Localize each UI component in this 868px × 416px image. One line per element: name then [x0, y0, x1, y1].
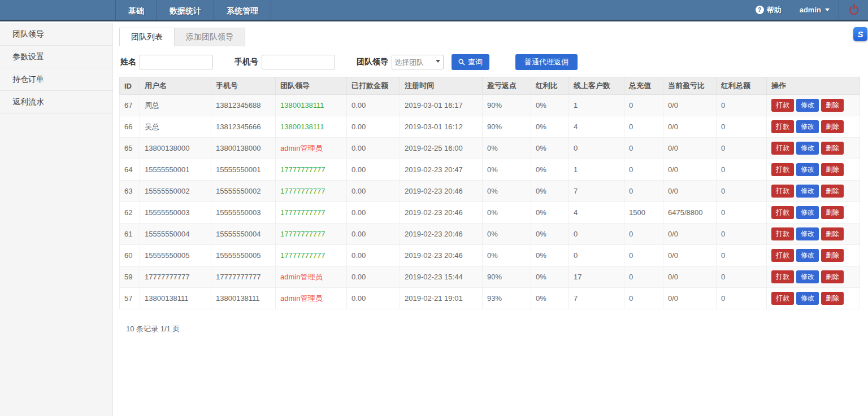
edit-button[interactable]: 修改 — [796, 292, 819, 305]
cell-leader: admin管理员 — [276, 266, 347, 288]
cell-recharge: 0 — [624, 224, 663, 245]
cell-actions: 打款修改删除 — [767, 266, 860, 288]
cell-phone: 13800138111 — [211, 288, 276, 309]
agent-rebate-label: 普通代理返佣 — [524, 57, 568, 67]
cell-pl_rebate: 0% — [483, 138, 531, 159]
cell-bonus_ratio: 0% — [531, 116, 569, 138]
delete-button[interactable]: 删除 — [821, 270, 844, 283]
edit-button[interactable]: 修改 — [796, 99, 819, 112]
pay-button[interactable]: 打款 — [771, 227, 794, 240]
power-icon — [849, 6, 858, 15]
cell-actions: 打款修改删除 — [767, 95, 860, 116]
pay-button[interactable]: 打款 — [771, 249, 794, 262]
extension-badge-icon[interactable]: S — [853, 27, 867, 41]
edit-button[interactable]: 修改 — [796, 142, 819, 155]
table-row: 66吴总13812345666138001381110.002019-03-01… — [120, 116, 860, 138]
pay-button[interactable]: 打款 — [771, 120, 794, 133]
cell-username: 吴总 — [140, 116, 211, 138]
user-menu[interactable]: admin — [791, 0, 839, 20]
cell-current_pl: 0/0 — [663, 181, 717, 202]
pay-button[interactable]: 打款 — [771, 292, 794, 305]
cell-id: 59 — [120, 266, 140, 288]
nav-item-2[interactable]: 系统管理 — [214, 0, 271, 20]
cell-paid: 0.00 — [347, 138, 400, 159]
cell-paid: 0.00 — [347, 245, 400, 266]
agent-rebate-button[interactable]: 普通代理返佣 — [515, 54, 578, 70]
delete-button[interactable]: 删除 — [821, 142, 844, 155]
cell-pl_rebate: 90% — [483, 266, 531, 288]
cell-reg_time: 2019-02-23 20:46 — [400, 245, 483, 266]
cell-id: 63 — [120, 181, 140, 202]
cell-bonus_total: 0 — [717, 138, 767, 159]
delete-button[interactable]: 删除 — [821, 249, 844, 262]
cell-current_pl: 0/0 — [663, 138, 717, 159]
cell-pl_rebate: 0% — [483, 202, 531, 224]
cell-id: 62 — [120, 202, 140, 224]
delete-button[interactable]: 删除 — [821, 227, 844, 240]
column-header-2: 手机号 — [211, 77, 276, 95]
delete-button[interactable]: 删除 — [821, 99, 844, 112]
delete-button[interactable]: 删除 — [821, 206, 844, 219]
phone-input[interactable] — [262, 55, 335, 69]
cell-online: 0 — [569, 224, 624, 245]
edit-button[interactable]: 修改 — [796, 227, 819, 240]
cell-reg_time: 2019-02-23 15:44 — [400, 266, 483, 288]
cell-id: 57 — [120, 288, 140, 309]
cell-phone: 15555550001 — [211, 159, 276, 181]
cell-bonus_ratio: 0% — [531, 181, 569, 202]
delete-button[interactable]: 删除 — [821, 120, 844, 133]
pay-button[interactable]: 打款 — [771, 185, 794, 198]
column-header-9: 总充值 — [624, 77, 663, 95]
cell-current_pl: 0/0 — [663, 245, 717, 266]
search-button[interactable]: 查询 — [452, 54, 489, 70]
tab-0[interactable]: 团队列表 — [119, 28, 175, 46]
logout-button[interactable] — [839, 0, 868, 20]
delete-button[interactable]: 删除 — [821, 163, 844, 176]
cell-reg_time: 2019-02-21 19:01 — [400, 288, 483, 309]
edit-button[interactable]: 修改 — [796, 185, 819, 198]
cell-actions: 打款修改删除 — [767, 181, 860, 202]
tab-1[interactable]: 添加团队领导 — [175, 28, 245, 46]
cell-online: 17 — [569, 266, 624, 288]
cell-reg_time: 2019-02-23 20:46 — [400, 181, 483, 202]
table-row: 571380013811113800138111admin管理员0.002019… — [120, 288, 860, 309]
pay-button[interactable]: 打款 — [771, 142, 794, 155]
cell-online: 0 — [569, 245, 624, 266]
cell-pl_rebate: 90% — [483, 116, 531, 138]
name-input[interactable] — [140, 55, 213, 69]
team-select[interactable]: 选择团队 — [392, 55, 444, 69]
search-button-label: 查询 — [468, 57, 483, 67]
sidebar-item-3[interactable]: 返利流水 — [0, 91, 112, 113]
cell-actions: 打款修改删除 — [767, 224, 860, 245]
cell-paid: 0.00 — [347, 181, 400, 202]
chevron-down-icon — [825, 8, 830, 11]
cell-bonus_total: 0 — [717, 202, 767, 224]
edit-button[interactable]: 修改 — [796, 270, 819, 283]
cell-reg_time: 2019-02-23 20:46 — [400, 224, 483, 245]
cell-online: 7 — [569, 288, 624, 309]
table-row: 611555555000415555550004177777777770.002… — [120, 224, 860, 245]
pay-button[interactable]: 打款 — [771, 163, 794, 176]
pay-button[interactable]: 打款 — [771, 206, 794, 219]
help-button[interactable]: ? 帮助 — [747, 0, 791, 20]
pay-button[interactable]: 打款 — [771, 99, 794, 112]
edit-button[interactable]: 修改 — [796, 163, 819, 176]
sidebar-item-2[interactable]: 持仓订单 — [0, 68, 112, 91]
nav-item-1[interactable]: 数据统计 — [157, 0, 214, 20]
cell-username: 13800138000 — [140, 138, 211, 159]
sidebar-item-1[interactable]: 参数设置 — [0, 46, 112, 68]
nav-item-0[interactable]: 基础 — [115, 0, 157, 20]
cell-paid: 0.00 — [347, 202, 400, 224]
edit-button[interactable]: 修改 — [796, 249, 819, 262]
cell-online: 1 — [569, 159, 624, 181]
cell-actions: 打款修改删除 — [767, 159, 860, 181]
edit-button[interactable]: 修改 — [796, 206, 819, 219]
cell-current_pl: 6475/8800 — [663, 202, 717, 224]
pay-button[interactable]: 打款 — [771, 270, 794, 283]
delete-button[interactable]: 删除 — [821, 185, 844, 198]
sidebar-item-0[interactable]: 团队领导 — [0, 23, 112, 46]
edit-button[interactable]: 修改 — [796, 120, 819, 133]
delete-button[interactable]: 删除 — [821, 292, 844, 305]
cell-online: 7 — [569, 181, 624, 202]
search-icon — [458, 59, 465, 65]
